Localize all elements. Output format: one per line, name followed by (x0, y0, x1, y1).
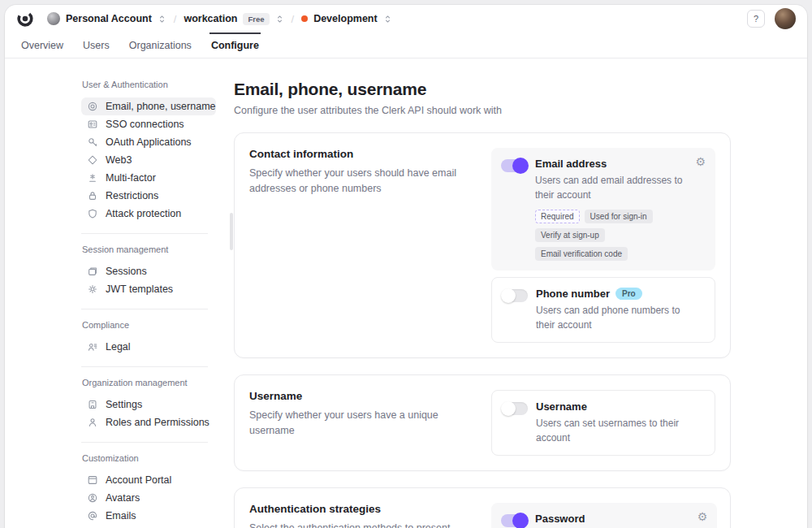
sidebar-item-label: Avatars (106, 492, 140, 504)
avatar-icon (87, 492, 98, 504)
account-avatar (47, 12, 60, 25)
sidebar-item-label: Sessions (106, 266, 147, 277)
user-avatar[interactable] (775, 8, 796, 29)
sidebar-item-label: SSO connections (106, 119, 184, 130)
legal-icon (87, 341, 98, 353)
sidebar-item-emails[interactable]: Emails (81, 507, 216, 525)
card-title: Contact information (249, 148, 473, 160)
pro-badge: Pro (615, 288, 642, 300)
phone-toggle[interactable] (502, 289, 528, 302)
email-address-setting: Email address Users can add email addres… (491, 148, 715, 270)
chevron-updown-icon (275, 14, 284, 24)
sidebar-item-attack-protection[interactable]: Attack protection (81, 205, 216, 223)
card-controls: Username Users can set usernames to thei… (491, 390, 715, 456)
card-description: Specify whether your users have a unique… (249, 408, 473, 439)
browser-icon (87, 474, 98, 486)
setting-title: Phone number (536, 288, 610, 300)
at-icon (87, 510, 98, 522)
sidebar-item-roles-permissions[interactable]: Roles and Permissions (81, 413, 216, 431)
help-button[interactable]: ? (747, 10, 765, 28)
environment-switcher[interactable]: Development (301, 13, 392, 24)
phone-number-setting: Phone number Pro Users can add phone num… (491, 277, 715, 343)
contact-information-card: Contact information Specify whether your… (234, 132, 731, 358)
card-info: Authentication strategies Select the aut… (249, 503, 473, 528)
sidebar-section-title: Session management (82, 245, 216, 254)
sidebar-section-title: Compliance (82, 320, 216, 330)
password-setting: Password Users can sign in with a passwo… (491, 503, 717, 528)
sidebar-item-label: Legal (106, 341, 131, 353)
card-controls: Email address Users can add email addres… (491, 148, 715, 343)
tab-users[interactable]: Users (73, 32, 119, 58)
diamond-icon (87, 154, 98, 166)
setting-description: Users can add email addresses to their a… (535, 173, 693, 202)
tab-overview[interactable]: Overview (11, 32, 73, 58)
sidebar-item-multi-factor[interactable]: Multi-factor (81, 169, 216, 187)
sidebar-item-label: Restrictions (106, 190, 158, 201)
email-toggle[interactable] (501, 159, 527, 172)
page-title: Email, phone, username (234, 80, 731, 99)
lock-icon (87, 190, 98, 201)
setting-title: Username (536, 400, 587, 413)
workspace-switcher[interactable]: workcation Free (184, 13, 283, 25)
sidebar-item-sessions[interactable]: Sessions (81, 262, 216, 280)
clerk-logo-icon[interactable] (16, 10, 34, 28)
username-card: Username Specify whether your users have… (234, 374, 731, 471)
account-switcher[interactable]: Personal Account (47, 12, 166, 25)
required-badge: Required (535, 210, 580, 223)
sidebar-section-title: User & Authentication (82, 80, 216, 89)
sidebar-divider (81, 366, 208, 367)
card-title: Username (249, 390, 473, 402)
page-subtitle: Configure the user attributes the Clerk … (234, 105, 731, 116)
sidebar-divider (81, 233, 208, 234)
setting-content: Username Users can set usernames to thei… (536, 400, 705, 445)
building-icon (87, 399, 98, 410)
gear-icon[interactable]: ⚙ (695, 156, 706, 167)
password-toggle[interactable] (501, 514, 527, 527)
toggle-knob (512, 513, 529, 528)
breadcrumb-separator: / (292, 13, 295, 25)
card-description: Specify whether your users should have e… (249, 166, 473, 197)
app-window: Personal Account / workcation Free / Dev… (5, 5, 807, 528)
email-verification-code-badge: Email verification code (535, 247, 628, 261)
sidebar-item-account-portal[interactable]: Account Portal (81, 471, 216, 489)
sidebar-item-avatars[interactable]: Avatars (81, 489, 216, 507)
username-toggle[interactable] (502, 402, 528, 415)
sidebar-divider (81, 442, 208, 443)
shield-icon (87, 208, 98, 219)
sidebar-item-web3[interactable]: Web3 (81, 151, 216, 169)
gear-icon[interactable]: ⚙ (698, 511, 708, 522)
fingerprint-icon (87, 101, 98, 112)
sidebar-item-sso-connections[interactable]: SSO connections (81, 115, 216, 133)
toggle-knob (512, 158, 529, 174)
sidebar-item-label: Roles and Permissions (106, 417, 209, 428)
tab-configure[interactable]: Configure (201, 32, 269, 58)
setting-content: Phone number Pro Users can add phone num… (536, 288, 705, 332)
tab-organizations[interactable]: Organizations (119, 32, 201, 58)
card-description: Select the authentication methods to pre… (249, 521, 473, 528)
page-content: User & Authentication Email, phone, user… (5, 58, 807, 528)
setting-badges: Required Used for sign-in Verify at sign… (535, 210, 693, 261)
sidebar-item-legal[interactable]: Legal (81, 338, 216, 356)
sidebar-divider (81, 309, 208, 309)
sidebar-item-label: Email, phone, username (106, 101, 216, 112)
environment-dot-icon (301, 15, 308, 22)
sidebar-item-oauth-applications[interactable]: OAuth Applications (81, 133, 216, 151)
sidebar-item-org-settings[interactable]: Settings (81, 396, 216, 413)
used-for-sign-in-badge: Used for sign-in (585, 210, 653, 223)
setting-description: Users can set usernames to their account (536, 416, 692, 445)
authentication-strategies-card: Authentication strategies Select the aut… (234, 487, 731, 528)
toggle-knob (501, 401, 516, 416)
verify-at-sign-up-badge: Verify at sign-up (535, 228, 605, 242)
sidebar-scrollbar[interactable] (230, 213, 233, 250)
card-info: Username Specify whether your users have… (249, 390, 473, 456)
sidebar-item-label: Multi-factor (106, 172, 156, 184)
card-controls: Password Users can sign in with a passwo… (491, 503, 717, 528)
username-setting: Username Users can set usernames to thei… (491, 390, 715, 456)
sidebar-item-email-phone-username[interactable]: Email, phone, username (81, 97, 216, 115)
id-card-icon (87, 119, 98, 130)
sidebar-item-label: Attack protection (106, 208, 181, 219)
sidebar-item-label: OAuth Applications (106, 136, 192, 148)
sidebar-item-restrictions[interactable]: Restrictions (81, 187, 216, 205)
chevron-updown-icon (383, 14, 392, 24)
sidebar-item-jwt-templates[interactable]: JWT templates (81, 280, 216, 298)
